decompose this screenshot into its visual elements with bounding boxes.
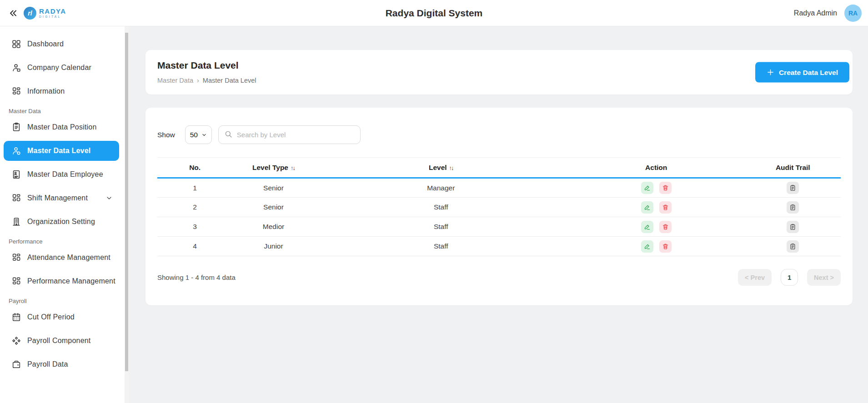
- cell-action: [567, 178, 745, 198]
- create-button-label: Create Data Level: [779, 68, 838, 76]
- audit-trail-button[interactable]: [787, 221, 799, 233]
- sort-icon[interactable]: ↑↓: [449, 164, 453, 171]
- cell-no: 1: [157, 178, 232, 198]
- column-header-audit-trail: Audit Trail: [745, 158, 841, 178]
- breadcrumb-parent[interactable]: Master Data: [157, 77, 193, 84]
- sidebar-item-label: Master Data Employee: [27, 170, 103, 179]
- document-person-icon: [11, 169, 21, 179]
- search-input[interactable]: [218, 125, 361, 144]
- cell-audit-trail: [745, 198, 841, 217]
- logo-brand-text: RADYA: [39, 8, 66, 15]
- logo-sub-text: DIGITAL: [39, 15, 66, 19]
- audit-trail-button[interactable]: [787, 240, 799, 253]
- sidebar-item-label: Dashboard: [27, 40, 64, 48]
- sidebar-item-payroll-data[interactable]: Payroll Data: [4, 354, 119, 374]
- sidebar-item-master-data-position[interactable]: Master Data Position: [4, 117, 119, 137]
- pencil-icon: [644, 204, 651, 211]
- breadcrumb: Master Data › Master Data Level: [157, 77, 853, 84]
- sidebar-item-dashboard[interactable]: Dashboard: [4, 34, 119, 54]
- delete-button[interactable]: [659, 240, 672, 253]
- cell-level-type: Medior: [232, 217, 314, 237]
- edit-button[interactable]: [641, 201, 653, 214]
- apps-grid-icon: [11, 253, 21, 263]
- trash-icon: [662, 204, 669, 211]
- column-header-level-type[interactable]: Level Type↑↓: [232, 158, 314, 178]
- cell-level-type: Senior: [232, 178, 314, 198]
- apps-grid-icon: [11, 193, 21, 203]
- diamonds-icon: [11, 336, 21, 346]
- edit-button[interactable]: [641, 221, 653, 233]
- person-calendar-icon: [11, 63, 21, 73]
- page-header-card: Master Data Level Master Data › Master D…: [146, 50, 853, 95]
- sidebar-collapse-button[interactable]: [6, 6, 20, 20]
- sidebar-scrollbar-thumb[interactable]: [125, 33, 128, 371]
- sidebar-item-label: Master Data Position: [27, 123, 97, 131]
- cell-audit-trail: [745, 178, 841, 198]
- delete-button[interactable]: [659, 182, 672, 194]
- search-box: [218, 125, 361, 144]
- table-row: 1 Senior Manager: [157, 178, 841, 198]
- data-level-table: No. Level Type↑↓ Level↑↓ Action Audit Tr…: [157, 157, 841, 256]
- sidebar-item-performance-management[interactable]: Performance Management: [4, 271, 119, 291]
- sidebar-section-performance: Performance: [9, 238, 129, 245]
- sidebar-item-organization-setting[interactable]: Organization Setting: [4, 212, 119, 232]
- plus-icon: [767, 69, 774, 76]
- building-icon: [11, 217, 21, 227]
- cell-action: [567, 198, 745, 217]
- apps-grid-icon: [11, 86, 21, 96]
- person-badge-icon: [11, 146, 21, 156]
- sidebar-item-label: Performance Management: [27, 277, 115, 285]
- user-avatar[interactable]: RA: [844, 5, 862, 22]
- sidebar-item-label: Organization Setting: [27, 218, 95, 226]
- sidebar-item-company-calendar[interactable]: Company Calendar: [4, 58, 119, 78]
- sidebar-item-label: Payroll Data: [27, 360, 68, 368]
- breadcrumb-current: Master Data Level: [203, 77, 256, 84]
- edit-button[interactable]: [641, 182, 653, 194]
- sidebar-section-master-data: Master Data: [9, 108, 129, 114]
- delete-button[interactable]: [659, 201, 672, 214]
- pagination: < Prev 1 Next >: [738, 269, 841, 286]
- sidebar-item-attendance-management[interactable]: Attendance Management: [4, 248, 119, 268]
- sidebar-item-label: Company Calendar: [27, 64, 91, 72]
- pencil-icon: [644, 224, 651, 230]
- sidebar-item-information[interactable]: Information: [4, 81, 119, 101]
- clipboard-icon: [789, 184, 796, 191]
- apps-grid-icon: [11, 276, 21, 286]
- sort-icon[interactable]: ↑↓: [291, 164, 295, 171]
- sidebar-item-master-data-level[interactable]: Master Data Level: [4, 141, 119, 161]
- audit-trail-button[interactable]: [787, 182, 799, 194]
- cell-audit-trail: [745, 237, 841, 256]
- table-row: 2 Senior Staff: [157, 198, 841, 217]
- edit-button[interactable]: [641, 240, 653, 253]
- cell-no: 4: [157, 237, 232, 256]
- column-header-level[interactable]: Level↑↓: [315, 158, 567, 178]
- delete-button[interactable]: [659, 221, 672, 233]
- create-data-level-button[interactable]: Create Data Level: [755, 62, 849, 83]
- sidebar-item-cut-off-period[interactable]: Cut Off Period: [4, 307, 119, 327]
- app-logo[interactable]: rl RADYA DIGITAL: [24, 7, 66, 20]
- sidebar-scrollbar[interactable]: [125, 26, 129, 403]
- page-size-select[interactable]: 50: [185, 125, 212, 144]
- audit-trail-button[interactable]: [787, 201, 799, 214]
- chevron-down-icon: [105, 194, 113, 202]
- pagination-summary: Showing 1 - 4 from 4 data: [157, 274, 236, 281]
- page-title: Master Data Level: [157, 60, 853, 71]
- cell-no: 3: [157, 217, 232, 237]
- clipboard-icon: [789, 224, 796, 230]
- show-label: Show: [157, 131, 175, 139]
- sidebar-item-label: Shift Management: [27, 194, 88, 202]
- current-page-indicator[interactable]: 1: [781, 269, 798, 286]
- sidebar-item-shift-management[interactable]: Shift Management: [4, 188, 119, 208]
- page-size-value: 50: [190, 131, 198, 139]
- pencil-icon: [644, 243, 651, 250]
- sidebar-item-payroll-component[interactable]: Payroll Component: [4, 331, 119, 351]
- sidebar-section-payroll: Payroll: [9, 298, 129, 304]
- next-page-button[interactable]: Next >: [807, 269, 841, 286]
- dashboard-grid-icon: [11, 39, 21, 49]
- table-controls: Show 50: [157, 108, 841, 144]
- caret-down-icon: [201, 132, 207, 138]
- sidebar-item-label: Master Data Level: [27, 147, 90, 155]
- prev-page-button[interactable]: < Prev: [738, 269, 772, 286]
- sidebar-item-master-data-employee[interactable]: Master Data Employee: [4, 164, 119, 184]
- trash-icon: [662, 184, 669, 191]
